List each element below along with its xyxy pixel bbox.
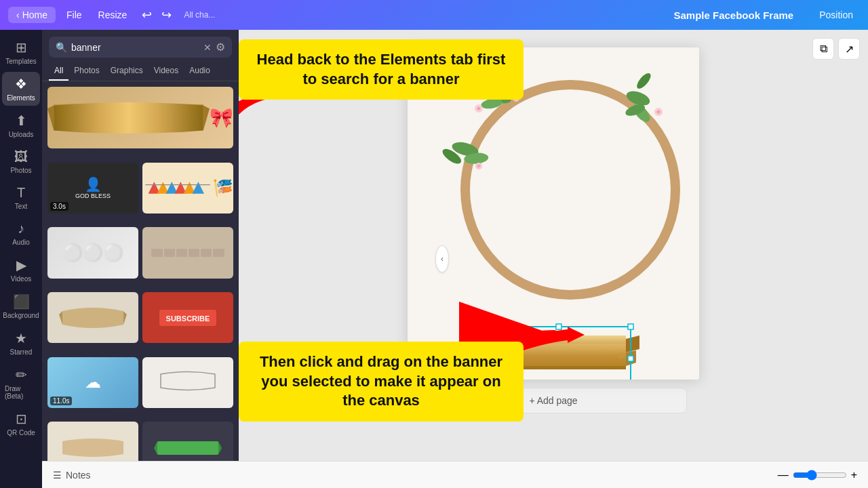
redo-button[interactable]: ↪ — [157, 6, 176, 24]
copy-button[interactable]: ⧉ — [812, 38, 834, 60]
uploads-icon: ⬆ — [16, 113, 27, 129]
list-item[interactable]: ⚪⚪⚪ — [47, 227, 138, 278]
sidebar-item-label: QR Code — [7, 429, 35, 436]
text-icon: T — [17, 185, 25, 201]
svg-rect-7 — [157, 441, 218, 455]
sidebar-item-draw[interactable]: ✏ Draw (Beta) — [2, 363, 40, 404]
notes-button[interactable]: ☰ Notes — [53, 470, 91, 481]
svg-rect-48 — [628, 324, 633, 329]
sidebar-item-label: Uploads — [9, 131, 34, 138]
search-icon: 🔍 — [56, 42, 67, 53]
document-title: Sample Facebook Frame — [673, 9, 793, 21]
sidebar-item-uploads[interactable]: ⬆ Uploads — [2, 108, 40, 142]
left-panel: 🔍 ✕ ⚙ All Photos Graphics Videos Audio — [42, 30, 239, 488]
file-button[interactable]: File — [61, 7, 87, 23]
qrcode-icon: ⊡ — [16, 411, 27, 427]
sidebar-item-templates[interactable]: ⊞ Templates — [2, 35, 40, 69]
share-button[interactable]: ↗ — [838, 38, 860, 60]
svg-point-20 — [504, 76, 508, 80]
sidebar-item-label: Templates — [5, 58, 37, 65]
sidebar-item-label: Starred — [10, 348, 33, 356]
results-grid: 👤 GOD BLESS 3.0s ⚪⚪⚪ — [42, 81, 239, 488]
list-item[interactable] — [142, 357, 233, 408]
svg-rect-50 — [628, 356, 633, 361]
svg-marker-9 — [218, 441, 222, 455]
sidebar-item-label: Photos — [10, 167, 31, 174]
search-input[interactable] — [71, 42, 199, 53]
svg-point-22 — [477, 107, 481, 110]
undo-redo-group: ↩ ↪ — [138, 6, 176, 24]
home-label: Home — [22, 9, 47, 20]
list-item[interactable]: 👤 GOD BLESS 3.0s — [47, 163, 138, 214]
list-item[interactable] — [47, 87, 233, 148]
main-layout: ⊞ Templates ❖ Elements ⬆ Uploads 🖼 Photo… — [0, 30, 868, 488]
draw-icon: ✏ — [16, 367, 27, 383]
add-page-button[interactable]: + Add page — [420, 388, 686, 413]
sidebar-item-qrcode[interactable]: ⊡ QR Code — [2, 407, 40, 441]
starred-icon: ★ — [15, 330, 27, 346]
sidebar-item-text[interactable]: T Text — [2, 181, 40, 214]
clear-search-button[interactable]: ✕ — [203, 42, 212, 53]
duration-badge: 11.0s — [50, 396, 72, 405]
svg-rect-46 — [476, 324, 481, 329]
photos-icon: 🖼 — [14, 149, 28, 165]
list-item[interactable]: SUBSCRIBE — [142, 292, 233, 343]
tab-all[interactable]: All — [49, 62, 68, 81]
background-icon: ⬛ — [13, 293, 30, 310]
element-tabs: All Photos Graphics Videos Audio — [42, 62, 239, 81]
sidebar-item-videos[interactable]: ▶ Videos — [2, 253, 40, 287]
svg-point-23 — [513, 95, 519, 102]
undo-button[interactable]: ↩ — [138, 6, 156, 24]
notes-icon: ☰ — [53, 470, 62, 481]
canvas-area: ⧉ ↗ — [239, 30, 868, 488]
sidebar-item-starred[interactable]: ★ Starred — [2, 326, 40, 360]
svg-marker-5 — [193, 182, 204, 194]
sidebar-icons: ⊞ Templates ❖ Elements ⬆ Uploads 🖼 Photo… — [0, 30, 42, 488]
tab-photos[interactable]: Photos — [68, 62, 104, 81]
position-button[interactable]: Position — [812, 7, 860, 23]
canvas-frame[interactable]: ↻ ↻ — [408, 47, 699, 380]
sidebar-item-elements[interactable]: ❖ Elements — [2, 72, 40, 106]
sidebar-item-label: Audio — [12, 239, 30, 246]
zoom-out-icon[interactable]: — — [778, 469, 789, 481]
resize-button[interactable]: Resize — [93, 7, 133, 23]
notes-label: Notes — [66, 470, 91, 481]
filter-button[interactable]: ⚙ — [216, 41, 225, 54]
svg-point-34 — [477, 165, 480, 167]
tab-graphics[interactable]: Graphics — [105, 62, 149, 81]
elements-icon: ❖ — [15, 76, 27, 92]
svg-rect-47 — [556, 324, 561, 329]
sidebar-item-label: Elements — [7, 94, 35, 102]
zoom-controls: — + — [778, 469, 857, 481]
zoom-in-icon[interactable]: + — [851, 469, 857, 481]
sidebar-item-background[interactable]: ⬛ Background — [2, 289, 40, 323]
sidebar-item-label: Draw (Beta) — [5, 385, 37, 400]
chevron-left-icon: ‹ — [16, 9, 20, 20]
sidebar-item-label: Videos — [11, 275, 31, 283]
sidebar-item-audio[interactable]: ♪ Audio — [2, 217, 40, 250]
svg-rect-44 — [481, 366, 626, 369]
duration-badge: 3.0s — [50, 202, 68, 211]
list-item[interactable] — [47, 292, 138, 343]
svg-rect-10 — [408, 47, 699, 380]
search-bar: 🔍 ✕ ⚙ — [49, 37, 232, 58]
list-item[interactable]: ☁ 11.0s — [47, 357, 138, 408]
sidebar-item-photos[interactable]: 🖼 Photos — [2, 145, 40, 178]
sidebar-item-label: Background — [3, 312, 39, 319]
topbar: ‹ Home File Resize ↩ ↪ All cha... Sample… — [0, 0, 868, 30]
canvas-toolbar: ⧉ ↗ — [812, 38, 860, 60]
bottom-bar: ☰ Notes — + — [42, 461, 868, 488]
templates-icon: ⊞ — [16, 39, 27, 56]
sidebar-item-label: Text — [15, 203, 27, 210]
audio-icon: ♪ — [18, 221, 24, 237]
svg-point-29 — [657, 110, 660, 114]
home-button[interactable]: ‹ Home — [8, 7, 56, 23]
list-item[interactable] — [142, 163, 233, 214]
toggle-panel-button[interactable]: ‹ — [435, 245, 449, 272]
svg-marker-8 — [154, 441, 157, 455]
tab-audio[interactable]: Audio — [184, 62, 216, 81]
tab-videos[interactable]: Videos — [149, 62, 184, 81]
svg-rect-43 — [481, 336, 626, 344]
list-item[interactable] — [142, 227, 233, 278]
zoom-slider[interactable] — [793, 470, 847, 481]
